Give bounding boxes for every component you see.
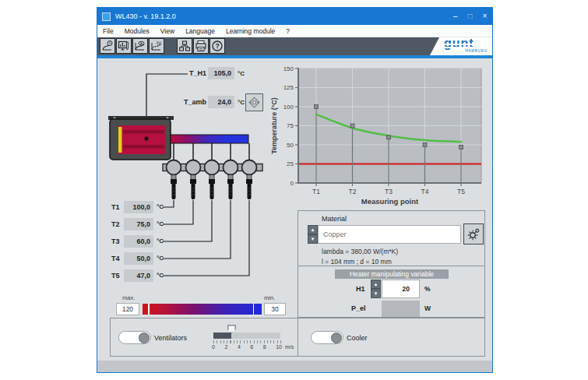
sensor-value: 60,0 [124,235,153,248]
sensor-label: T3 [111,238,120,245]
material-panel: Material ▲ ▼ Copper lambda = 380,00 W/(m… [298,210,485,318]
function-chart-button[interactable]: f(x) [149,38,164,54]
spinner-up-icon[interactable]: ▲ [371,280,381,289]
minimize-button[interactable]: – [448,8,463,25]
ambient-fan-button[interactable] [245,93,263,111]
h1-label: H1 [356,285,365,293]
svg-text:T3: T3 [385,188,393,195]
p-el-unit: W [424,304,431,312]
time-chart-button[interactable] [100,38,115,54]
slider-tick-label: 0 [212,344,215,350]
monitor-chart-icon [118,40,130,52]
spinner-down-icon[interactable]: ▼ [371,289,381,298]
view-chart-button[interactable] [132,38,148,54]
h1-input[interactable]: 20 [382,280,420,298]
p-el-label: P_el [351,304,366,312]
sensor-unit: °C [157,272,164,279]
menu-bar: FileModulesViewLanguageLearning module? [97,25,492,37]
spinner-up-icon[interactable]: ▲ [308,225,318,234]
material-settings-button[interactable] [463,223,484,245]
function-chart-icon: f(x) [150,40,163,52]
gunt-logo-city: HAMBURG [465,49,488,53]
ventilators-label: Ventilators [154,334,187,342]
ventilators-panel: Ventilators 0246810 m/s [110,318,298,357]
svg-text:75: 75 [287,122,294,129]
sensor-unit: °C [157,255,164,262]
scale-max-input[interactable]: 120 [116,303,139,315]
spinner-down-icon[interactable]: ▼ [308,234,318,244]
svg-text:150: 150 [283,65,294,72]
fan-icon [248,97,260,108]
view-chart-icon [134,40,146,52]
menu-item-file[interactable]: File [97,25,119,37]
menu-item-learning-module[interactable]: Learning module [220,25,280,37]
monitor-chart-button[interactable] [116,38,132,54]
scale-min-input[interactable]: 30 [264,303,286,315]
material-lambda-text: lambda = 380,00 W/(m*K) [322,248,398,255]
material-spinner[interactable]: ▲ ▼ [308,225,318,244]
sensor-unit: °C [157,220,164,227]
svg-text:T4: T4 [421,188,429,195]
help-button[interactable]: ? [209,38,225,54]
svg-text:T2: T2 [349,188,357,195]
material-label: Material [322,215,347,223]
menu-item-language[interactable]: Language [180,25,220,37]
sensor-value: 75,0 [124,218,153,230]
app-icon [102,12,111,21]
svg-text:25: 25 [287,160,294,167]
window-title: WL430 - v. 19.1.2.0 [115,12,448,20]
cooler-toggle[interactable] [311,331,343,344]
accent-line [97,55,492,58]
t-amb-value: 24,0 [208,96,234,108]
app-window: WL430 - v. 19.1.2.0 – □ × FileModulesVie… [97,7,493,373]
schematic-button[interactable] [177,38,192,54]
sensor-label: T1 [111,203,120,211]
t-h1-label: T_H1 [175,69,206,77]
slider-labels: 0246810 [212,344,282,350]
sensor-label: T2 [111,220,120,228]
sensor-label: T4 [111,255,120,262]
fan-speed-slider-track[interactable] [213,332,280,339]
sensor-value: 50,0 [124,252,153,265]
slider-tick-label: 4 [238,344,241,350]
svg-text:0: 0 [290,180,294,187]
scale-min-label: min. [264,294,275,301]
h1-spinner[interactable]: ▲ ▼ [371,280,381,298]
scale-max-label: max. [122,294,135,301]
time-chart-icon [101,40,114,52]
menu-item-modules[interactable]: Modules [119,25,155,37]
sensor-unit: °C [157,238,164,245]
maximize-button[interactable]: □ [463,8,477,25]
svg-text:T5: T5 [457,188,465,195]
svg-text:?: ? [215,42,219,50]
svg-text:100: 100 [283,104,294,111]
svg-text:Measuring point: Measuring point [361,197,419,206]
svg-text:f(x): f(x) [157,41,162,45]
temperature-chart: 0255075100125150T1T2T3T4T5Measuring poin… [269,62,487,215]
close-button[interactable]: × [477,8,492,25]
toggle-knob [139,332,150,343]
sensor-label: T5 [111,272,120,280]
help-icon: ? [211,40,224,52]
t-h1-value: 105,0 [208,67,234,79]
heater-section-header: Heater manipulating variable [335,269,449,279]
slider-ticks [213,340,281,343]
slider-tick-label: 6 [250,344,253,350]
p-el-value [382,301,420,317]
slider-tick-label: 8 [263,344,266,350]
gunt-logo: gunt HAMBURG [428,37,492,55]
menu-item--[interactable]: ? [280,25,295,37]
temperature-gradient-bar [143,304,262,315]
sensor-value: 47,0 [124,269,153,282]
menu-item-view[interactable]: View [155,25,180,37]
gears-icon [467,227,481,241]
print-button[interactable] [193,38,209,54]
svg-text:T1: T1 [312,188,320,195]
slider-unit: m/s [285,344,294,350]
svg-text:125: 125 [283,84,294,91]
t-h1-unit: °C [238,70,245,77]
material-input[interactable]: Copper [318,225,461,244]
schematic-icon [178,40,191,52]
cooler-panel: Cooler [298,318,485,357]
ventilators-toggle[interactable] [118,331,151,344]
